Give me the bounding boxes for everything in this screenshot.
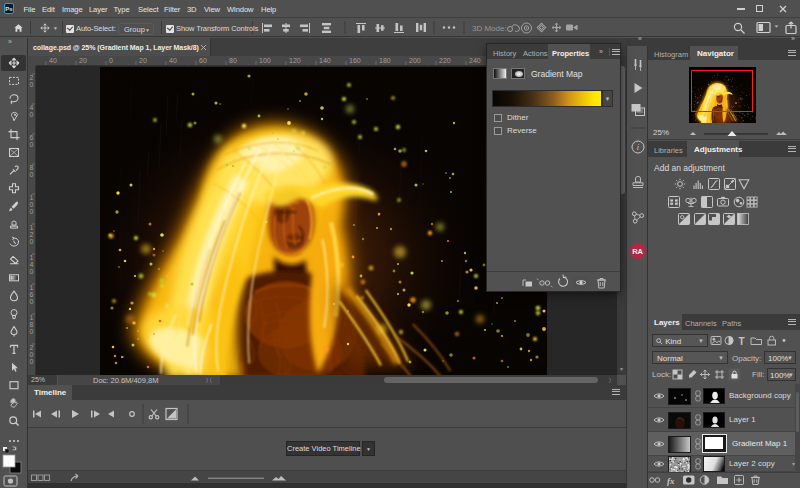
svg-text:0: 0 [30,238,34,245]
svg-text:180: 180 [379,57,391,64]
svg-text:20: 20 [139,57,147,64]
svg-text:0: 0 [30,268,34,275]
svg-text:0: 0 [30,141,34,148]
svg-text:0: 0 [30,358,34,365]
svg-text:1: 1 [30,254,34,261]
svg-text:RA: RA [632,247,643,256]
svg-text:140: 140 [319,57,331,64]
svg-text:0: 0 [30,208,34,215]
svg-text:4: 4 [30,261,34,268]
svg-text:0: 0 [30,201,34,208]
svg-text:1: 1 [30,284,34,291]
svg-text:8: 8 [30,164,34,171]
svg-text:i: i [637,142,640,152]
svg-text:6: 6 [30,291,34,298]
svg-text:160: 160 [349,57,361,64]
svg-text:6: 6 [30,134,34,141]
svg-text:100: 100 [259,57,271,64]
svg-text:40: 40 [169,57,177,64]
svg-text:40: 40 [49,57,57,64]
svg-text:200: 200 [409,57,421,64]
svg-text:8: 8 [30,321,34,328]
svg-text:2: 2 [30,344,34,351]
svg-text:0: 0 [30,298,34,305]
svg-text:1: 1 [30,194,34,201]
svg-text:0: 0 [30,351,34,358]
svg-text:0: 0 [30,111,34,118]
svg-text:0: 0 [30,328,34,335]
svg-text:2: 2 [30,74,34,81]
svg-text:240: 240 [469,57,481,64]
svg-text:1: 1 [30,314,34,321]
svg-text:fx: fx [667,476,675,486]
svg-text:60: 60 [199,57,207,64]
svg-text:0: 0 [30,171,34,178]
svg-text:4: 4 [30,104,34,111]
svg-text:20: 20 [79,57,87,64]
svg-text:0: 0 [109,57,113,64]
svg-text:120: 120 [289,57,301,64]
svg-text:80: 80 [229,57,237,64]
svg-text:T: T [739,336,745,347]
svg-text:220: 220 [439,57,451,64]
svg-text:1: 1 [30,224,34,231]
svg-text:2: 2 [30,231,34,238]
svg-text:0: 0 [30,81,34,88]
